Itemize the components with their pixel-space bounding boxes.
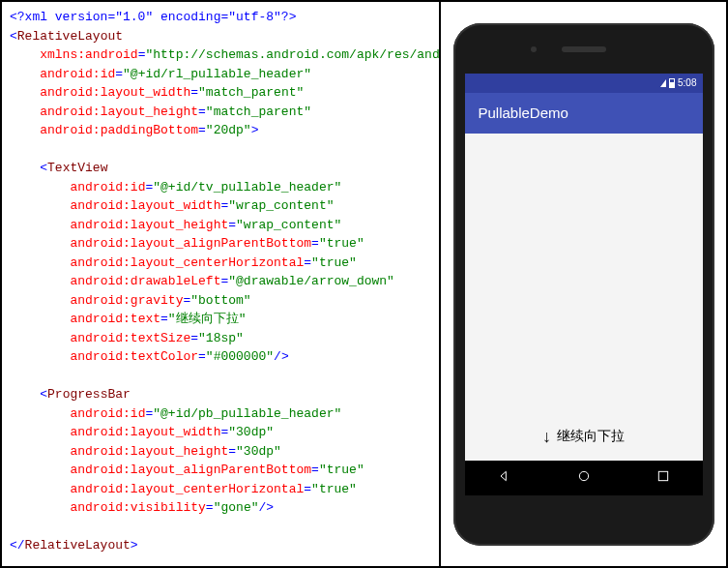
app-title: PullableDemo: [479, 105, 568, 121]
nav-back-button[interactable]: [497, 468, 512, 488]
arrow-down-icon: ↓: [542, 427, 551, 447]
signal-icon: [660, 79, 666, 87]
nav-recent-button[interactable]: [655, 468, 671, 488]
pull-hint-text: 继续向下拉: [557, 428, 625, 445]
svg-point-0: [579, 471, 588, 480]
phone-screen: 5:08 PullableDemo ↓ 继续向下拉: [465, 74, 703, 495]
content-area[interactable]: ↓ 继续向下拉: [465, 134, 703, 461]
xml-code-panel: <?xml version="1.0" encoding="utf-8"?> <…: [2, 2, 439, 566]
phone-frame: 5:08 PullableDemo ↓ 继续向下拉: [453, 23, 714, 546]
phone-speaker: [562, 46, 606, 52]
nav-home-button[interactable]: [576, 468, 592, 488]
phone-sensor: [531, 46, 537, 52]
android-nav-bar: [465, 461, 703, 495]
battery-icon: [669, 78, 675, 88]
status-time: 5:08: [678, 77, 696, 88]
pull-hint-row: ↓ 继续向下拉: [542, 427, 625, 447]
device-preview-panel: 5:08 PullableDemo ↓ 继续向下拉: [439, 2, 726, 566]
app-bar: PullableDemo: [465, 93, 703, 134]
svg-rect-1: [658, 471, 667, 480]
status-bar: 5:08: [465, 74, 703, 93]
